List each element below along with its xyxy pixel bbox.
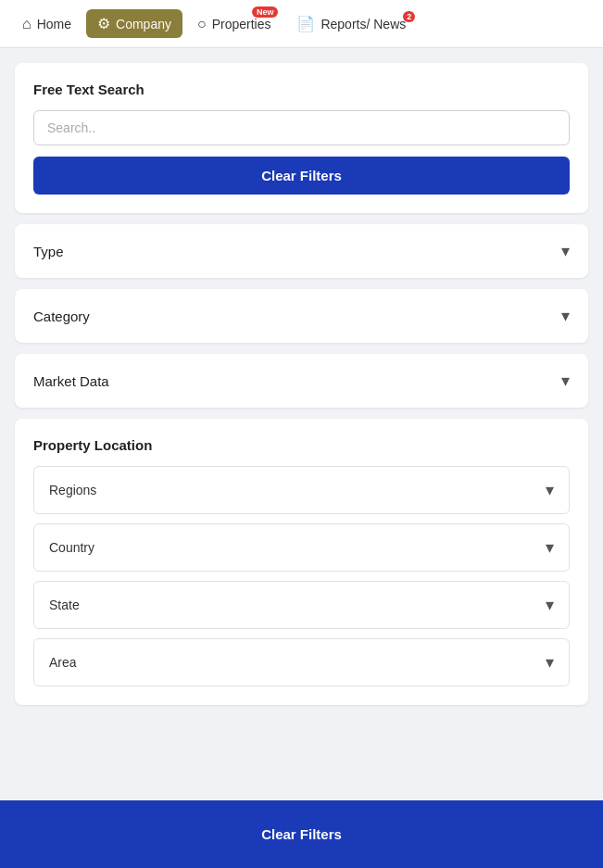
country-label: Country	[49, 540, 94, 555]
bottom-spacer	[15, 716, 588, 790]
nav-label-properties: Properties	[212, 17, 271, 31]
regions-chevron-icon: ▾	[546, 480, 554, 500]
nav-label-reports: Reports/ News	[320, 17, 406, 31]
free-text-search-title: Free Text Search	[33, 82, 570, 97]
state-chevron-icon: ▾	[546, 595, 554, 615]
nav-item-reports[interactable]: 📄 Reports/ News 2	[285, 9, 417, 38]
market-data-dropdown[interactable]: Market Data ▾	[15, 354, 588, 408]
area-label: Area	[49, 655, 77, 670]
market-data-label: Market Data	[33, 373, 109, 389]
nav-item-home[interactable]: ⌂ Home	[11, 10, 82, 38]
state-dropdown[interactable]: State ▾	[33, 581, 570, 629]
clear-filters-button-bottom[interactable]: Clear Filters	[15, 815, 588, 853]
properties-icon: ○	[197, 16, 207, 32]
area-dropdown[interactable]: Area ▾	[33, 638, 570, 686]
nav-item-properties[interactable]: ○ Properties New	[186, 10, 282, 38]
nav-item-company[interactable]: ⚙ Company	[86, 9, 182, 38]
company-icon: ⚙	[97, 15, 110, 32]
type-chevron-icon: ▾	[561, 241, 570, 261]
type-label: Type	[33, 244, 64, 259]
market-data-chevron-icon: ▾	[561, 371, 570, 391]
category-chevron-icon: ▾	[561, 306, 570, 326]
clear-filters-button-top[interactable]: Clear Filters	[33, 157, 570, 195]
reports-icon: 📄	[296, 15, 315, 32]
type-dropdown[interactable]: Type ▾	[15, 224, 588, 278]
free-text-search-card: Free Text Search Clear Filters	[15, 63, 588, 213]
navbar: ⌂ Home ⚙ Company ○ Properties New 📄 Repo…	[0, 0, 603, 48]
main-content: Free Text Search Clear Filters Type ▾ Ca…	[0, 48, 603, 805]
regions-label: Regions	[49, 483, 96, 497]
category-dropdown[interactable]: Category ▾	[15, 289, 588, 343]
property-location-title: Property Location	[33, 437, 570, 453]
state-label: State	[49, 598, 80, 612]
country-chevron-icon: ▾	[546, 537, 554, 558]
nav-label-home: Home	[37, 17, 71, 31]
home-icon: ⌂	[22, 16, 31, 32]
reports-badge: 2	[403, 11, 415, 22]
category-label: Category	[33, 308, 90, 324]
regions-dropdown[interactable]: Regions ▾	[33, 466, 570, 514]
area-chevron-icon: ▾	[546, 652, 554, 673]
new-badge: New	[252, 6, 279, 18]
bottom-bar: Clear Filters	[0, 800, 603, 868]
property-location-section: Property Location Regions ▾ Country ▾ St…	[15, 419, 588, 705]
search-input[interactable]	[33, 110, 570, 145]
country-dropdown[interactable]: Country ▾	[33, 523, 570, 572]
nav-label-company: Company	[116, 17, 171, 31]
